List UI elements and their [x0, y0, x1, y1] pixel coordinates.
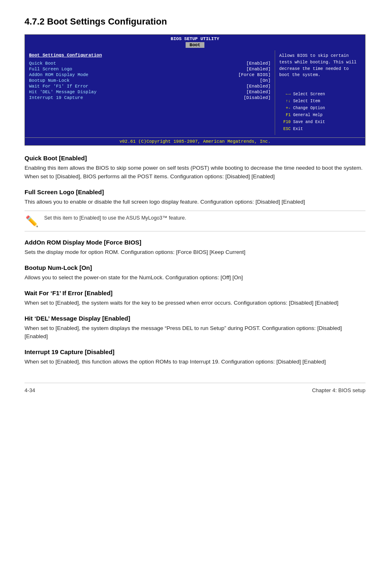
bios-key: F1	[279, 112, 291, 119]
bios-shortcut-row: F10Save and Exit	[279, 119, 361, 126]
bios-key: ESC	[279, 126, 291, 132]
bios-shortcuts: ←→Select Screen↑↓Select Item+-Change Opt…	[279, 91, 361, 132]
section-wait-f1: Wait For ‘F1’ If Error [Enabled]When set…	[25, 290, 365, 307]
bios-item-label: Bootup Num-Lock	[29, 78, 69, 83]
bios-item: Wait For 'F1' If Error[Enabled]	[29, 84, 271, 89]
footer-page-number: 4-34	[25, 387, 35, 393]
bios-item: Full Screen Logo[Enabled]	[29, 67, 271, 72]
bios-item-label: Interrupt 19 Capture	[29, 95, 83, 100]
bios-item-value: [Enabled]	[247, 67, 271, 72]
note-icon: ✏️	[25, 215, 39, 228]
bios-shortcut-row: ←→Select Screen	[279, 91, 361, 98]
section-heading: Hit ‘DEL’ Message Display [Enabled]	[25, 315, 365, 322]
bios-item-value: [Enabled]	[247, 61, 271, 66]
section-hit-del: Hit ‘DEL’ Message Display [Enabled]When …	[25, 315, 365, 341]
bios-shortcut-row: ESCExit	[279, 126, 361, 132]
bios-items-list: Quick Boot[Enabled]Full Screen Logo[Enab…	[29, 61, 271, 100]
bios-item-label: AddOn ROM Display Mode	[29, 72, 88, 77]
section-heading: Full Screen Logo [Enabled]	[25, 189, 365, 195]
section-body: This allows you to enable or disable the…	[25, 198, 365, 206]
bios-key-desc: Select Screen	[293, 91, 325, 98]
bios-item-value: [Force BIOS]	[238, 72, 271, 77]
bios-help-text: Allows BIOS to skip certain tests while …	[279, 53, 361, 79]
bios-item-value: [Enabled]	[247, 84, 271, 89]
section-body: When set to [Enabled], this function all…	[25, 358, 365, 366]
bios-item: AddOn ROM Display Mode[Force BIOS]	[29, 72, 271, 77]
bios-key-desc: Select Item	[293, 98, 320, 105]
section-quick-boot: Quick Boot [Enabled]Enabling this item a…	[25, 155, 365, 181]
bios-shortcut-row: F1General Help	[279, 112, 361, 119]
bios-header-title: BIOS SETUP UTILITY	[171, 36, 220, 41]
bios-body: Boot Settings Configuration Quick Boot[E…	[25, 48, 365, 137]
bios-footer: v02.61 (C)Copyright 1985-2007, American …	[25, 137, 365, 145]
bios-key-desc: Change Option	[293, 105, 325, 112]
bios-item: Quick Boot[Enabled]	[29, 61, 271, 66]
bios-right-panel: Allows BIOS to skip certain tests while …	[275, 50, 365, 135]
section-heading: Bootup Num-Lock [On]	[25, 264, 365, 271]
section-heading: Interrupt 19 Capture [Disabled]	[25, 348, 365, 355]
bios-header: BIOS SETUP UTILITY Boot	[25, 35, 365, 48]
bios-key-desc: General Help	[293, 112, 323, 119]
bios-item: Interrupt 19 Capture[Disabled]	[29, 95, 271, 100]
section-full-screen-logo: Full Screen Logo [Enabled]This allows yo…	[25, 189, 365, 231]
section-body: Sets the display mode for option ROM. Co…	[25, 248, 365, 257]
note-text: Set this item to [Enabled] to use the AS…	[44, 214, 186, 222]
section-body: Allows you to select the power-on state …	[25, 274, 365, 282]
section-addon-rom: AddOn ROM Display Mode [Force BIOS]Sets …	[25, 239, 365, 257]
footer-chapter: Chapter 4: BIOS setup	[312, 387, 365, 393]
bios-section-title: Boot Settings Configuration	[29, 53, 271, 58]
bios-shortcut-row: +-Change Option	[279, 105, 361, 112]
section-interrupt19: Interrupt 19 Capture [Disabled]When set …	[25, 348, 365, 366]
bios-key: F10	[279, 119, 291, 126]
bios-item: Bootup Num-Lock[On]	[29, 78, 271, 83]
bios-item-value: [Disabled]	[244, 95, 271, 100]
section-body: Enabling this item allows the BIOS to sk…	[25, 164, 365, 181]
bios-screenshot: BIOS SETUP UTILITY Boot Boot Settings Co…	[25, 34, 365, 146]
bios-key: ↑↓	[279, 98, 291, 105]
bios-item: Hit 'DEL' Message Display[Enabled]	[29, 90, 271, 94]
bios-item-label: Full Screen Logo	[29, 67, 72, 72]
section-bootup-numlock: Bootup Num-Lock [On]Allows you to select…	[25, 264, 365, 282]
section-heading: AddOn ROM Display Mode [Force BIOS]	[25, 239, 365, 246]
bios-key-desc: Exit	[293, 126, 303, 132]
bios-tabs: Boot	[25, 42, 365, 48]
page-footer: 4-34 Chapter 4: BIOS setup	[25, 383, 365, 393]
bios-item-label: Quick Boot	[29, 61, 56, 66]
bios-tab-boot: Boot	[186, 42, 204, 48]
section-heading: Wait For ‘F1’ If Error [Enabled]	[25, 290, 365, 296]
bios-item-label: Wait For 'F1' If Error	[29, 84, 88, 89]
bios-item-value: [Enabled]	[247, 90, 271, 94]
bios-left-panel: Boot Settings Configuration Quick Boot[E…	[25, 50, 275, 135]
section-heading: Quick Boot [Enabled]	[25, 155, 365, 162]
bios-shortcut-row: ↑↓Select Item	[279, 98, 361, 105]
section-body: When set to [Enabled], the system displa…	[25, 324, 365, 341]
section-body: When set to [Enabled], the system waits …	[25, 299, 365, 307]
sections-container: Quick Boot [Enabled]Enabling this item a…	[25, 155, 365, 366]
bios-key: +-	[279, 105, 291, 112]
bios-key: ←→	[279, 91, 291, 98]
bios-item-value: [On]	[260, 78, 271, 83]
bios-key-desc: Save and Exit	[293, 119, 325, 126]
bios-item-label: Hit 'DEL' Message Display	[29, 90, 96, 94]
note-box: ✏️ Set this item to [Enabled] to use the…	[25, 211, 365, 231]
page-title: 4.7.2 Boot Settings Configuration	[25, 16, 365, 27]
